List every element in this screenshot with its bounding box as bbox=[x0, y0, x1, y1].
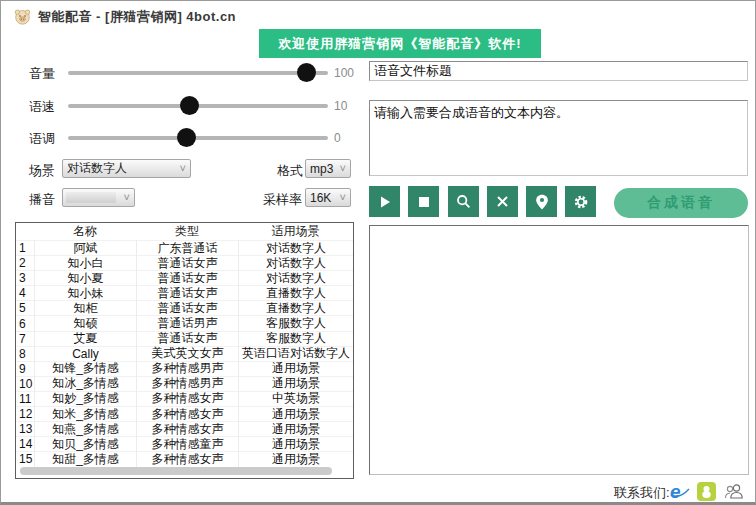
row-number: 6 bbox=[16, 317, 34, 331]
location-icon bbox=[535, 194, 549, 210]
play-button[interactable] bbox=[369, 186, 400, 217]
voice-name: Cally bbox=[34, 347, 136, 361]
search-button[interactable] bbox=[448, 186, 479, 217]
app-window: 智能配音 - [胖猫营销网] 4bot.cn 欢迎使用胖猫营销网《智能配音》软件… bbox=[0, 0, 756, 505]
slider-track[interactable] bbox=[68, 136, 328, 140]
synthesis-text-area[interactable]: 请输入需要合成语音的文本内容。 bbox=[369, 100, 748, 176]
row-number: 15 bbox=[16, 452, 34, 466]
row-number: 13 bbox=[16, 422, 34, 436]
column-header-type: 类型 bbox=[136, 223, 238, 240]
settings-button[interactable] bbox=[565, 186, 596, 217]
format-label: 格式 bbox=[277, 162, 303, 180]
chevron-down-icon: ˅ bbox=[340, 191, 346, 203]
speed-value: 10 bbox=[334, 99, 368, 113]
row-number: 4 bbox=[16, 286, 34, 300]
row-number: 14 bbox=[16, 437, 34, 451]
voice-table-body: 1 阿斌 广东普通话 对话数字人 2 知小白 普通话女声 对话数字人 3 知小夏… bbox=[16, 240, 353, 466]
stop-button[interactable] bbox=[408, 186, 439, 217]
table-row[interactable]: 5 知柜 普通话女声 直播数字人 bbox=[16, 300, 353, 315]
announcer-select-empty bbox=[66, 192, 116, 203]
ie-browser-icon[interactable]: e bbox=[670, 482, 690, 502]
volume-slider-row: 音量 100 bbox=[1, 62, 366, 84]
voice-table-header: 名称 类型 适用场景 bbox=[16, 223, 353, 240]
row-number: 1 bbox=[16, 241, 34, 255]
column-header-scene: 适用场景 bbox=[238, 223, 353, 240]
slider-track[interactable] bbox=[68, 104, 328, 108]
voice-type: 多种情感女声 bbox=[136, 451, 238, 468]
sample-rate-select[interactable]: 16K ˅ bbox=[305, 188, 351, 207]
slider-handle[interactable] bbox=[177, 128, 196, 147]
format-select[interactable]: mp3 ˅ bbox=[305, 159, 351, 178]
qq-icon[interactable] bbox=[697, 482, 717, 502]
chevron-down-icon: ˅ bbox=[340, 162, 346, 174]
voice-scene: 通用场景 bbox=[238, 451, 353, 468]
voice-table: 名称 类型 适用场景 1 阿斌 广东普通话 对话数字人 2 知小白 普通话女声 … bbox=[15, 222, 354, 479]
table-row[interactable]: 11 知妙_多情感 多种情感女声 中英场景 bbox=[16, 391, 353, 406]
row-number: 10 bbox=[16, 377, 34, 391]
play-icon bbox=[378, 195, 392, 209]
table-row[interactable]: 2 知小白 普通话女声 对话数字人 bbox=[16, 255, 353, 270]
table-row[interactable]: 10 知冰_多情感 多种情感男声 通用场景 bbox=[16, 376, 353, 391]
table-row[interactable]: 15 知甜_多情感 多种情感女声 通用场景 bbox=[16, 451, 353, 466]
announcer-label: 播音 bbox=[29, 191, 55, 209]
sample-rate-label: 采样率 bbox=[263, 191, 302, 209]
chevron-down-icon: ˅ bbox=[124, 191, 130, 203]
scene-select[interactable]: 对话数字人 ˅ bbox=[62, 159, 191, 178]
welcome-banner-text: 欢迎使用胖猫营销网《智能配音》软件! bbox=[278, 35, 521, 53]
title-bar: 智能配音 - [胖猫营销网] 4bot.cn bbox=[1, 1, 755, 29]
table-row[interactable]: 3 知小夏 普通话女声 对话数字人 bbox=[16, 270, 353, 285]
table-row[interactable]: 1 阿斌 广东普通话 对话数字人 bbox=[16, 240, 353, 255]
search-icon bbox=[456, 194, 471, 209]
table-row[interactable]: 7 艾夏 普通话女声 客服数字人 bbox=[16, 331, 353, 346]
row-number: 7 bbox=[16, 332, 34, 346]
slider-track[interactable] bbox=[68, 71, 328, 75]
table-row[interactable]: 9 知锋_多情感 多种情感男声 通用场景 bbox=[16, 361, 353, 376]
synthesize-button[interactable]: 合成语音 bbox=[614, 188, 748, 218]
pitch-value: 0 bbox=[334, 131, 368, 145]
chevron-down-icon: ˅ bbox=[180, 162, 186, 174]
announcer-select[interactable]: ˅ bbox=[62, 188, 135, 207]
slider-handle[interactable] bbox=[297, 63, 316, 82]
location-button[interactable] bbox=[526, 186, 557, 217]
row-number: 8 bbox=[16, 347, 34, 361]
voice-name: 知甜_多情感 bbox=[34, 451, 136, 468]
table-row[interactable]: 6 知硕 普通话男声 客服数字人 bbox=[16, 315, 353, 330]
column-header-name: 名称 bbox=[34, 223, 136, 240]
pitch-label: 语调 bbox=[29, 130, 55, 148]
row-number: 3 bbox=[16, 271, 34, 285]
contact-label: 联系我们: bbox=[614, 484, 670, 502]
settings-icon bbox=[573, 194, 589, 210]
close-button[interactable] bbox=[487, 186, 518, 217]
stop-icon bbox=[418, 196, 430, 208]
table-row[interactable]: 8 Cally 美式英文女声 英语口语对话数字人 bbox=[16, 346, 353, 361]
scene-select-value: 对话数字人 bbox=[67, 160, 127, 177]
speed-slider-row: 语速 10 bbox=[1, 95, 366, 117]
scene-label: 场景 bbox=[29, 162, 55, 180]
format-select-value: mp3 bbox=[310, 162, 333, 176]
contact-bar: 联系我们: e bbox=[1, 481, 756, 503]
voice-title-input[interactable] bbox=[369, 61, 748, 81]
contacts-icon[interactable] bbox=[724, 483, 744, 503]
voice-name: 艾夏 bbox=[34, 330, 136, 347]
row-number: 9 bbox=[16, 362, 34, 376]
toolbar: 合成语音 bbox=[369, 186, 748, 217]
horizontal-scrollbar[interactable] bbox=[20, 467, 332, 475]
table-row[interactable]: 4 知小妹 普通话女声 直播数字人 bbox=[16, 285, 353, 300]
window-title: 智能配音 - [胖猫营销网] 4bot.cn bbox=[38, 8, 236, 26]
row-number: 11 bbox=[16, 392, 34, 406]
slider-handle[interactable] bbox=[180, 96, 199, 115]
speed-label: 语速 bbox=[29, 98, 55, 116]
table-row[interactable]: 14 知贝_多情感 多种情感童声 通用场景 bbox=[16, 436, 353, 451]
table-row[interactable]: 13 知燕_多情感 多种情感女声 通用场景 bbox=[16, 421, 353, 436]
pig-face-icon bbox=[14, 8, 31, 25]
output-list-box[interactable] bbox=[369, 225, 749, 475]
pitch-slider-row: 语调 0 bbox=[1, 127, 366, 149]
close-icon bbox=[496, 195, 509, 208]
row-number: 5 bbox=[16, 301, 34, 315]
table-row[interactable]: 12 知米_多情感 多种情感女声 通用场景 bbox=[16, 406, 353, 421]
row-number: 12 bbox=[16, 407, 34, 421]
volume-label: 音量 bbox=[29, 65, 55, 83]
volume-value: 100 bbox=[334, 66, 368, 80]
row-number: 2 bbox=[16, 256, 34, 270]
sample-rate-select-value: 16K bbox=[310, 191, 331, 205]
